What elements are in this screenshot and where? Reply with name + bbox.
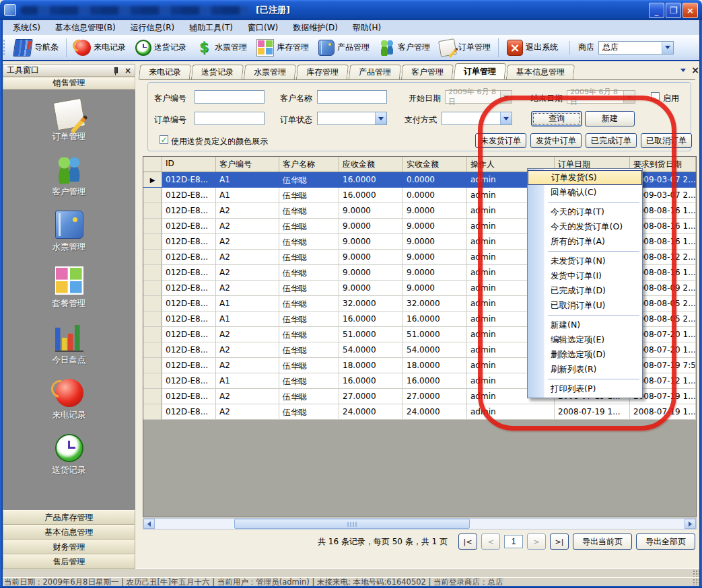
context-menu-item[interactable] [528,313,642,318]
context-menu-item[interactable]: 编辑选定项(E) [528,332,642,347]
grid-header-id[interactable]: ID [162,157,216,172]
toolbar-button[interactable]: 库存管理 [252,38,314,58]
grid-header-received[interactable]: 实收金额 [403,157,467,172]
table-row[interactable]: ▶ 012D-E8... A2 伍华聪 24.0000 24.0000 admi… [143,404,696,420]
toolbar-button[interactable]: 订单管理 [435,38,495,57]
scrollbar-thumb[interactable] [234,519,470,529]
row-selector-cell[interactable]: ▶ [143,265,162,281]
menu-item[interactable]: 运行信息(R) [123,20,182,36]
sidebar-item[interactable]: 客户管理 [52,155,86,198]
sidebar-group-bar[interactable]: 产品库存管理 [3,510,135,525]
status-filter-button[interactable]: 未发货订单 [475,133,526,148]
row-selector-cell[interactable]: ▶ [143,389,162,404]
context-menu-item[interactable] [528,377,642,381]
shop-select[interactable]: 总店 [598,41,674,54]
context-menu-item[interactable]: 回单确认(C) [528,185,642,200]
toolbar-button[interactable]: 送货记录 [131,38,191,57]
order-code-input[interactable] [195,112,265,125]
query-button[interactable]: 查询 [531,111,582,126]
context-menu-item[interactable]: 刷新列表(R) [528,362,642,377]
order-status-select[interactable] [317,112,387,125]
row-selector-cell[interactable]: ▶ [143,373,162,389]
export-current-page-button[interactable]: 导出当前页 [573,534,632,550]
grid-header-customer-code[interactable]: 客户编号 [216,157,279,172]
pay-method-select[interactable] [442,112,512,125]
page-number-input[interactable] [504,535,523,548]
menu-item[interactable]: 数据维护(D) [285,20,345,36]
row-selector-cell[interactable]: ▶ [143,327,162,342]
chevron-down-icon[interactable] [662,42,673,54]
context-menu-item[interactable] [528,249,642,254]
start-date-picker[interactable]: 2009年 6月 8日 [445,90,512,104]
last-page-button[interactable]: >| [550,534,569,550]
pin-icon[interactable] [112,67,119,75]
context-menu-item[interactable]: 打印列表(P) [528,381,642,396]
scroll-left-icon[interactable] [143,519,155,529]
toolbar-button[interactable]: 导航条 [9,38,63,58]
sidebar-item[interactable]: 来电记录 [52,379,86,421]
sidebar-group-bar[interactable]: 基本信息管理 [3,525,135,540]
row-selector-cell[interactable]: ▶ [143,234,162,250]
sidebar-group-bar[interactable]: 财务管理 [3,540,135,554]
toolbar-button[interactable]: 产品管理 [314,38,374,57]
toolbar-button[interactable]: 来电记录 [66,38,131,57]
sidebar-item[interactable]: 套餐管理 [52,266,86,309]
menu-item[interactable]: 辅助工具(T) [182,20,240,36]
tool-window-close-icon[interactable]: × [125,67,131,75]
row-selector-cell[interactable]: ▶ [143,250,162,265]
menu-item[interactable]: 系统(S) [5,20,48,36]
context-menu-item[interactable]: 删除选定项(D) [528,347,642,362]
export-all-pages-button[interactable]: 导出全部页 [636,534,695,550]
tab[interactable]: 来电记录 [139,65,191,79]
close-button[interactable]: × [682,3,698,18]
sidebar-group-bar[interactable]: 售后管理 [3,554,135,569]
next-page-button[interactable]: > [527,534,546,550]
sidebar-item[interactable]: 水票管理 [52,211,86,253]
tab[interactable]: 送货记录 [191,65,244,79]
customer-code-input[interactable] [195,90,265,104]
menu-item[interactable]: 窗口(W) [240,20,285,36]
status-filter-button[interactable]: 已完成订单 [586,133,637,148]
context-menu-item[interactable]: 订单发货(S) [528,170,642,185]
row-selector-cell[interactable]: ▶ [143,172,162,188]
menu-item[interactable]: 基本信息管理(B) [48,20,123,36]
toolbar-button[interactable]: 退出系统 [498,38,563,57]
context-menu-item[interactable]: 已取消订单(U) [528,298,642,313]
toolbar-button[interactable]: 客户管理 [374,38,435,57]
row-selector-cell[interactable]: ▶ [143,188,162,203]
tab[interactable]: 客户管理 [401,65,454,79]
create-button[interactable]: 新建 [585,111,635,126]
status-filter-button[interactable]: 已取消订单 [641,133,692,148]
context-menu-item[interactable]: 所有的订单(A) [528,234,642,249]
context-menu-item[interactable]: 今天的发货订单(O) [528,219,642,234]
horizontal-scrollbar[interactable] [143,518,697,529]
end-date-picker[interactable]: 2009年 6月 8日 [567,90,635,104]
row-selector-cell[interactable]: ▶ [143,404,162,420]
tab[interactable]: 水票管理 [244,65,296,79]
row-selector-cell[interactable]: ▶ [143,203,162,219]
prev-page-button[interactable]: < [481,534,500,550]
color-display-checkbox[interactable] [160,135,168,144]
tab[interactable]: 库存管理 [296,65,349,79]
row-selector-cell[interactable]: ▶ [143,281,162,296]
scroll-right-icon[interactable] [685,519,696,529]
enable-checkbox[interactable] [651,92,660,101]
sidebar-item[interactable]: 今日盘点 [52,322,86,366]
tab[interactable]: 基本信息管理 [506,65,575,79]
grid-header-customer-name[interactable]: 客户名称 [279,157,339,172]
sidebar-item[interactable]: 订单管理 [52,100,86,143]
toolbar-grip[interactable] [3,39,7,57]
context-menu-item[interactable]: 发货中订单(I) [528,268,642,283]
tab-list-chevron-icon[interactable] [680,69,686,72]
context-menu-item[interactable]: 未发货订单(N) [528,254,642,268]
context-menu-item[interactable]: 已完成订单(D) [528,283,642,298]
restore-button[interactable]: ❐ [666,3,681,18]
tab[interactable]: 订单管理 [454,63,507,79]
context-menu-item[interactable] [528,200,642,205]
sidebar-section-header[interactable]: 销售管理 [3,77,135,89]
menu-item[interactable]: 帮助(H) [345,20,388,36]
toolbar-button[interactable]: 水票管理 [191,38,252,57]
row-selector-cell[interactable]: ▶ [143,342,162,358]
sidebar-item[interactable]: 送货记录 [52,434,86,476]
customer-name-input[interactable] [317,90,387,104]
